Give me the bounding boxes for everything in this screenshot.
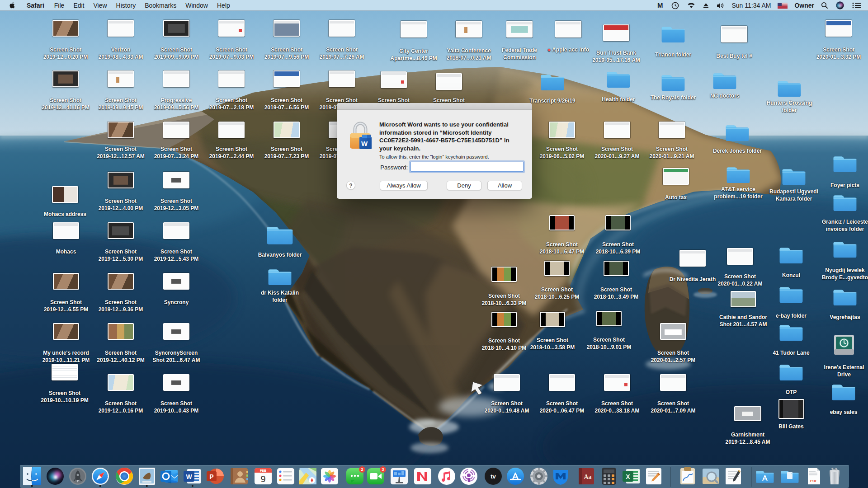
svg-text:3: 3 (382, 467, 384, 472)
svg-text:2: 2 (361, 467, 363, 472)
svg-text:W: W (361, 140, 368, 147)
svg-text:PDF: PDF (810, 479, 817, 483)
svg-text:W: W (186, 473, 192, 480)
svg-text:FEB: FEB (260, 469, 266, 472)
svg-text:Aa: Aa (584, 474, 591, 480)
svg-text:X: X (626, 473, 630, 480)
svg-text:tv: tv (491, 473, 496, 480)
svg-text:P: P (209, 473, 213, 480)
svg-text:9: 9 (260, 474, 265, 484)
